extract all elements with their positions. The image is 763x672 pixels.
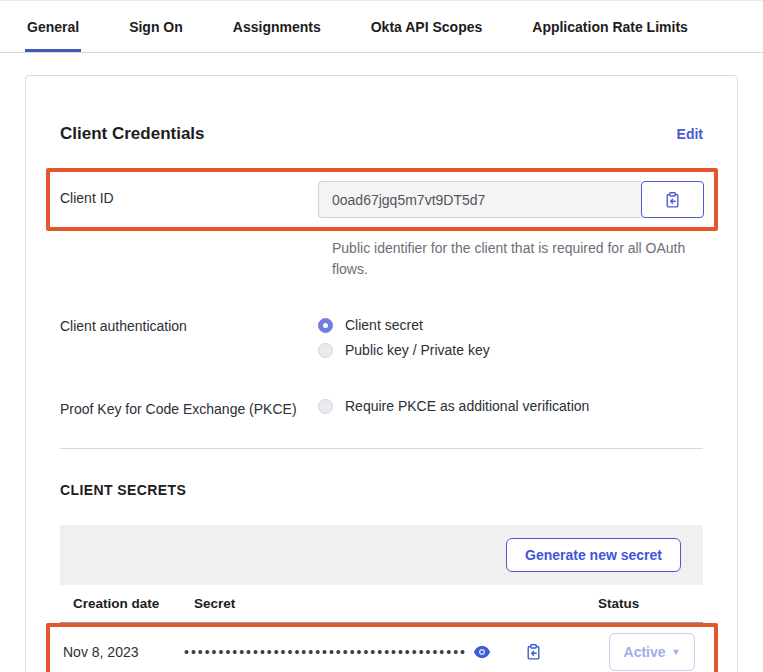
copy-secret-button[interactable] <box>525 643 542 661</box>
tab-general[interactable]: General <box>25 19 81 52</box>
generate-new-secret-button[interactable]: Generate new secret <box>506 538 681 572</box>
column-header-status: Status <box>598 596 690 611</box>
radio-public-private-key-label: Public key / Private key <box>345 342 490 358</box>
reveal-secret-button[interactable] <box>473 645 491 659</box>
client-id-input[interactable] <box>318 181 641 218</box>
client-id-helper-text: Public identifier for the client that is… <box>332 238 702 280</box>
client-id-label: Client ID <box>60 181 318 206</box>
column-header-secret: Secret <box>194 596 598 611</box>
chevron-down-icon: ▼ <box>672 647 681 657</box>
tab-sign-on[interactable]: Sign On <box>127 19 185 52</box>
tab-assignments[interactable]: Assignments <box>231 19 323 52</box>
pkce-option-label: Require PKCE as additional verification <box>345 398 589 414</box>
app-tab-bar: General Sign On Assignments Okta API Sco… <box>0 0 763 53</box>
radio-client-secret[interactable]: Client secret <box>318 317 490 333</box>
client-authentication-label: Client authentication <box>60 308 318 334</box>
column-header-creation-date: Creation date <box>73 596 194 611</box>
secrets-table-header: Creation date Secret Status <box>60 585 703 623</box>
clipboard-copy-icon <box>664 191 681 209</box>
radio-unselected-icon[interactable] <box>318 343 333 358</box>
client-credentials-card: Client Credentials Edit Client ID <box>25 75 738 672</box>
status-active-dropdown[interactable]: Active ▼ <box>609 633 695 671</box>
masked-secret-value: ••••••••••••••••••••••••••••••••••••••••… <box>184 645 467 659</box>
table-row: Nov 8, 2023 ••••••••••••••••••••••••••••… <box>60 630 704 672</box>
radio-client-secret-label: Client secret <box>345 317 423 333</box>
client-secrets-toolbar: Generate new secret <box>60 525 703 585</box>
pkce-checkbox-icon[interactable] <box>318 399 333 414</box>
section-title-client-credentials: Client Credentials <box>60 124 205 144</box>
secret-row-highlight-box: Nov 8, 2023 ••••••••••••••••••••••••••••… <box>46 623 718 672</box>
section-divider <box>60 448 703 449</box>
client-secrets-title: CLIENT SECRETS <box>60 482 703 498</box>
copy-client-id-button[interactable] <box>641 181 704 218</box>
eye-icon <box>473 645 491 659</box>
edit-link[interactable]: Edit <box>677 126 703 142</box>
clipboard-copy-icon <box>525 643 542 661</box>
radio-selected-icon[interactable] <box>318 318 333 333</box>
tab-application-rate-limits[interactable]: Application Rate Limits <box>530 19 690 52</box>
pkce-checkbox-row[interactable]: Require PKCE as additional verification <box>318 398 589 414</box>
secret-creation-date: Nov 8, 2023 <box>63 644 184 660</box>
status-label: Active <box>624 644 666 660</box>
radio-public-private-key[interactable]: Public key / Private key <box>318 342 490 358</box>
pkce-label: Proof Key for Code Exchange (PKCE) <box>60 391 318 417</box>
client-id-highlight-box: Client ID <box>46 168 718 231</box>
tab-okta-api-scopes[interactable]: Okta API Scopes <box>369 19 485 52</box>
